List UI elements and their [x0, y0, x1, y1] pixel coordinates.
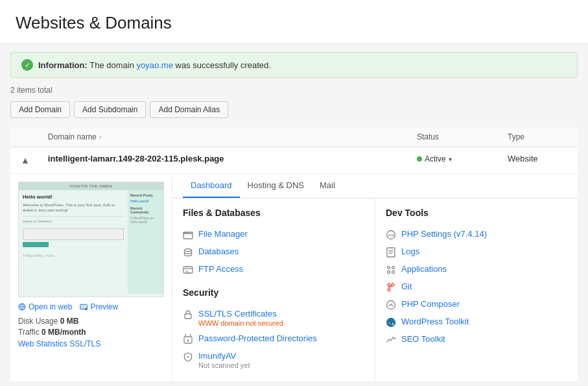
- php-composer-item: PHP Composer: [386, 296, 567, 313]
- composer-icon: [386, 300, 396, 310]
- shield-icon: [183, 352, 193, 362]
- svg-point-3: [85, 308, 88, 310]
- wordpress-toolkit-item: WordPress Toolkit: [386, 313, 567, 331]
- traffic-info: Traffic 0 MB/month: [18, 328, 164, 337]
- svg-rect-7: [185, 314, 191, 319]
- seo-toolkit-item: SEO Toolkit: [386, 331, 567, 348]
- dev-tools-title: Dev Tools: [386, 208, 567, 218]
- file-manager-item: File Manager: [183, 226, 364, 243]
- info-banner: ✓ Information: The domain yoyao.me was s…: [10, 52, 578, 78]
- security-title: Security: [183, 287, 364, 298]
- domain-name-col-header: Domain name ↑: [40, 127, 409, 147]
- ssl-icon: [183, 309, 193, 320]
- globe-icon: [18, 303, 26, 311]
- items-count: 2 items total: [10, 86, 578, 95]
- svg-point-27: [390, 304, 392, 305]
- detail-right: Dashboard Hosting & DNS Mail Files & Dat…: [172, 174, 578, 381]
- domain-type: Website: [508, 154, 538, 163]
- svg-point-20: [388, 271, 390, 274]
- svg-point-29: [394, 338, 395, 339]
- status-badge[interactable]: Active ▾: [417, 154, 452, 163]
- svg-point-18: [388, 267, 390, 269]
- git-icon: [386, 282, 396, 293]
- chevron-down-icon: ▾: [449, 156, 452, 163]
- databases-item: Databases: [183, 243, 364, 261]
- ssl-link[interactable]: SSL/TLS Certificates: [198, 309, 277, 319]
- disk-usage: Disk Usage 0 MB: [18, 317, 164, 326]
- add-subdomain-button[interactable]: Add Subdomain: [74, 101, 146, 118]
- page-header: Websites & Domains: [0, 0, 588, 44]
- svg-rect-6: [183, 267, 193, 273]
- password-protected-link[interactable]: Password-Protected Directories: [198, 333, 317, 343]
- domain-detail-row: FIGHTIN THE OMEN Hello world! Welcome to…: [10, 174, 578, 382]
- domain-table: Domain name ↑ Status Type ▲ intelligent-…: [10, 127, 578, 382]
- applications-link[interactable]: Applications: [401, 264, 447, 274]
- table-row: ▲ intelligent-lamarr.149-28-202-115.ples…: [10, 147, 578, 174]
- php-icon: PHP: [386, 230, 396, 240]
- tab-dashboard[interactable]: Dashboard: [183, 174, 240, 198]
- ftp-item: FTP Access: [183, 261, 364, 278]
- detail-inner: FIGHTIN THE OMEN Hello world! Welcome to…: [10, 174, 578, 381]
- seo-toolkit-link[interactable]: SEO Toolkit: [401, 334, 445, 344]
- applications-item: Applications: [386, 261, 567, 278]
- imunifyav-status: Not scanned yet: [198, 361, 250, 369]
- success-icon: ✓: [21, 59, 33, 71]
- imunifyav-item: ImunifyAV Not scanned yet: [183, 348, 364, 372]
- type-col-header: Type: [500, 127, 578, 147]
- ssl-warning: WWW domain not secured: [198, 319, 283, 327]
- content-area: 2 items total Add Domain Add Subdomain A…: [0, 86, 588, 382]
- right-col: Dev Tools PHP PHP Settings (v7.4.14): [375, 199, 578, 381]
- status-col-header: Status: [409, 127, 500, 147]
- folder-icon: [183, 230, 193, 240]
- svg-point-19: [392, 267, 395, 269]
- php-settings-link[interactable]: PHP Settings (v7.4.14): [401, 229, 487, 239]
- web-stats-link[interactable]: Web Statistics SSL/TLS: [18, 339, 100, 348]
- php-composer-link[interactable]: PHP Composer: [401, 299, 460, 309]
- add-domain-alias-button[interactable]: Add Domain Alias: [150, 101, 228, 118]
- databases-link[interactable]: Databases: [198, 247, 239, 256]
- tab-hosting-dns[interactable]: Hosting & DNS: [240, 174, 312, 198]
- page-title: Websites & Domains: [16, 13, 572, 33]
- apps-icon: [386, 265, 396, 275]
- imunifyav-link[interactable]: ImunifyAV: [198, 351, 236, 361]
- database-icon: [183, 247, 193, 258]
- files-databases-title: Files & Databases: [183, 208, 364, 218]
- banner-text: Information: The domain yoyao.me was suc…: [38, 60, 271, 70]
- svg-point-9: [187, 340, 189, 342]
- svg-point-5: [185, 249, 192, 252]
- preview-link[interactable]: Preview: [80, 302, 118, 311]
- collapse-button[interactable]: ▲: [18, 154, 32, 167]
- action-buttons: Add Domain Add Subdomain Add Domain Alia…: [10, 101, 578, 118]
- ftp-access-link[interactable]: FTP Access: [198, 264, 243, 274]
- tab-mail[interactable]: Mail: [312, 174, 343, 198]
- seo-icon: [386, 335, 396, 345]
- open-in-web-link[interactable]: Open in web: [18, 302, 72, 311]
- preview-pane: FIGHTIN THE OMEN Hello world! Welcome to…: [10, 174, 172, 381]
- logs-link[interactable]: Logs: [401, 247, 419, 256]
- ssl-item: SSL/TLS Certificates WWW domain not secu…: [183, 306, 364, 330]
- svg-point-24: [388, 283, 390, 286]
- detail-content: Files & Databases File Manager: [172, 199, 578, 381]
- file-manager-link[interactable]: File Manager: [198, 229, 248, 239]
- password-protected-item: Password-Protected Directories: [183, 330, 364, 348]
- eye-icon: [80, 303, 88, 311]
- svg-rect-2: [81, 305, 86, 309]
- preview-thumbnail: FIGHTIN THE OMEN Hello world! Welcome to…: [18, 182, 164, 297]
- git-link[interactable]: Git: [401, 282, 412, 291]
- preview-actions: Open in web Preview: [18, 302, 164, 311]
- left-col: Files & Databases File Manager: [172, 199, 375, 381]
- sort-arrow: ↑: [99, 134, 102, 141]
- wordpress-icon: [386, 317, 396, 328]
- add-domain-button[interactable]: Add Domain: [10, 101, 70, 118]
- domain-link[interactable]: yoyao.me: [137, 60, 173, 70]
- logs-item: Logs: [386, 243, 567, 261]
- status-dot: [417, 156, 422, 162]
- collapse-col-header: [10, 127, 40, 147]
- lock-icon: [183, 334, 193, 344]
- ftp-icon: [183, 265, 193, 275]
- svg-point-21: [392, 271, 395, 274]
- svg-point-23: [388, 289, 390, 291]
- git-item: Git: [386, 278, 567, 296]
- wordpress-toolkit-link[interactable]: WordPress Toolkit: [401, 317, 469, 326]
- logs-icon: [386, 247, 396, 258]
